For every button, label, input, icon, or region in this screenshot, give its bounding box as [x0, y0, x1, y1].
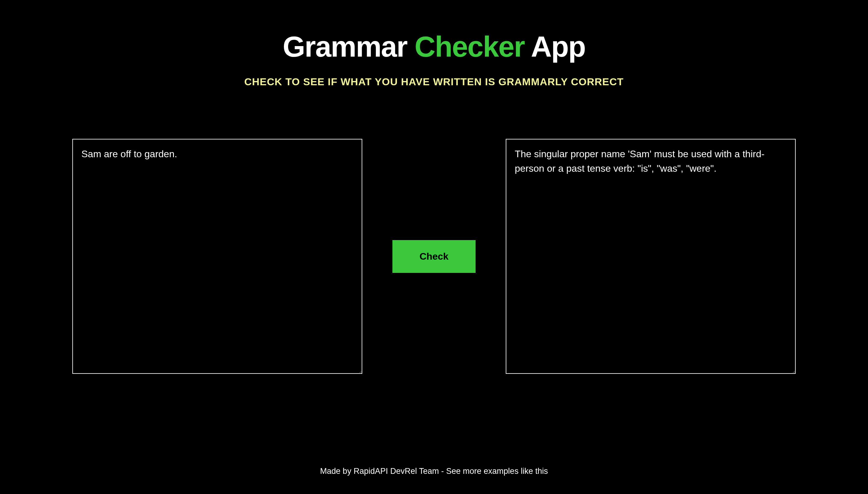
header: Grammar Checker App CHECK TO SEE IF WHAT…	[244, 30, 624, 88]
check-button[interactable]: Check	[392, 240, 476, 273]
page-title: Grammar Checker App	[244, 30, 624, 63]
footer-link[interactable]: See more examples like this	[446, 467, 548, 476]
title-part2: App	[524, 31, 585, 63]
main-content: Check	[0, 139, 868, 374]
footer: Made by RapidAPI DevRel Team - See more …	[320, 467, 548, 494]
footer-text: Made by RapidAPI DevRel Team -	[320, 467, 446, 476]
title-accent: Checker	[414, 31, 524, 63]
title-part1: Grammar	[283, 31, 415, 63]
output-textarea[interactable]	[506, 139, 796, 374]
page-subtitle: CHECK TO SEE IF WHAT YOU HAVE WRITTEN IS…	[244, 76, 624, 88]
input-textarea[interactable]	[72, 139, 362, 374]
